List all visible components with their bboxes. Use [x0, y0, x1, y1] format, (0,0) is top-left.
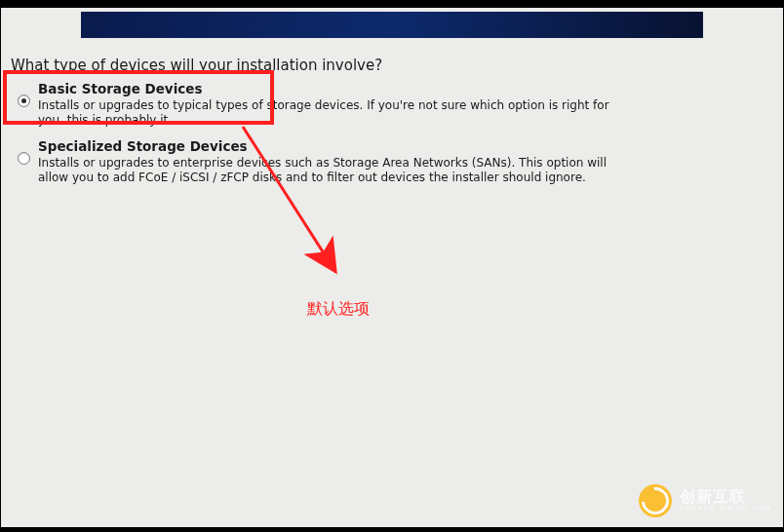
option-basic-desc: Installs or upgrades to typical types of…: [38, 98, 623, 128]
watermark-line2: CHUANG XIN HU LIAN: [680, 505, 771, 513]
watermark-line1: 创新互联: [680, 489, 771, 505]
option-basic-title: Basic Storage Devices: [38, 81, 773, 96]
installer-page: What type of devices will your installat…: [1, 8, 783, 527]
storage-question-label: What type of devices will your installat…: [11, 57, 382, 74]
option-specialized-desc: Installs or upgrades to enterprise devic…: [38, 156, 623, 185]
watermark-logo-icon: [639, 484, 672, 517]
option-specialized-title: Specialized Storage Devices: [38, 138, 773, 154]
watermark: 创新互联 CHUANG XIN HU LIAN: [639, 484, 771, 517]
radio-basic[interactable]: [18, 95, 30, 107]
annotation-text: 默认选项: [307, 299, 370, 320]
header-banner: [81, 12, 703, 38]
radio-specialized[interactable]: [18, 152, 30, 165]
